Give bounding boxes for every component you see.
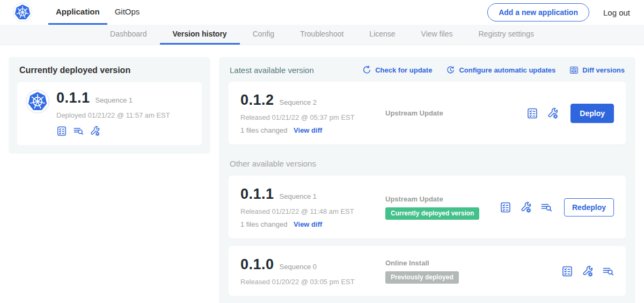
- files-changed-label: 1 files changed: [240, 126, 287, 134]
- tab-application[interactable]: Application: [48, 0, 107, 25]
- latest-version-header: Latest available version Check for updat…: [230, 66, 625, 75]
- view-diff-link[interactable]: View diff: [294, 220, 322, 228]
- deploy-logs-icon[interactable]: [73, 126, 84, 136]
- app-subnav: Dashboard Version history Config Trouble…: [0, 25, 644, 45]
- preflight-checklist-icon[interactable]: [526, 107, 538, 119]
- files-changed-label: 1 files changed: [240, 220, 287, 228]
- version-info: 0.1.1 Sequence 1 Released 01/21/22 @ 11:…: [240, 186, 379, 228]
- version-status: Online Install Previously deployed: [379, 259, 561, 284]
- version-info: 0.1.0 Sequence 0 Released 01/20/22 @ 03:…: [240, 256, 379, 286]
- version-source: Upstream Update: [385, 195, 500, 203]
- main-content: Currently deployed version 0.1.1 Sequenc…: [0, 45, 644, 303]
- header-tabs: Application GitOps: [48, 0, 147, 25]
- subnav-tab-dashboard[interactable]: Dashboard: [97, 25, 160, 45]
- view-diff-link[interactable]: View diff: [294, 126, 322, 134]
- other-versions-title: Other available versions: [230, 159, 625, 168]
- version-source: Upstream Update: [385, 109, 526, 117]
- check-for-update-label: Check for update: [375, 66, 432, 74]
- version-number: 0.1.1: [240, 186, 274, 203]
- currently-deployed-title: Currently deployed version: [19, 66, 200, 75]
- deployed-sequence-label: Sequence 1: [96, 96, 133, 104]
- deployed-version-number: 0.1.1: [56, 90, 90, 106]
- sequence-label: Sequence 1: [280, 192, 317, 200]
- subnav-tab-license[interactable]: License: [356, 25, 408, 45]
- latest-version-title: Latest available version: [230, 66, 314, 75]
- diff-icon: [569, 66, 579, 75]
- released-timestamp: Released 01/20/22 @ 03:05 pm EST: [240, 278, 379, 286]
- deployed-version-details: 0.1.1 Sequence 1 Deployed 01/21/22 @ 11:…: [56, 90, 170, 136]
- refresh-icon: [362, 66, 371, 75]
- sequence-label: Sequence 2: [280, 98, 317, 106]
- currently-deployed-badge: Currently deployed version: [385, 207, 479, 220]
- edit-config-icon[interactable]: [582, 265, 594, 277]
- version-history-panel: Latest available version Check for updat…: [219, 57, 635, 303]
- version-status: Upstream Update Currently deployed versi…: [379, 195, 500, 220]
- diff-versions-label: Diff versions: [582, 66, 625, 74]
- configure-automatic-updates-link[interactable]: Configure automatic updates: [446, 66, 555, 75]
- logout-button[interactable]: Log out: [603, 8, 630, 17]
- check-for-update-link[interactable]: Check for update: [362, 66, 432, 75]
- released-timestamp: Released 01/21/22 @ 05:37 pm EST: [240, 113, 379, 121]
- preflight-checklist-icon[interactable]: [56, 126, 67, 136]
- version-actions: Check for update Configure automatic upd…: [362, 66, 625, 75]
- app-kubernetes-logo: [26, 90, 49, 113]
- subnav-tab-view-files[interactable]: View files: [408, 25, 466, 45]
- version-actions-cell: Deploy: [526, 104, 614, 123]
- version-actions-cell: [561, 265, 614, 277]
- deploy-logs-icon[interactable]: [540, 201, 552, 213]
- version-info: 0.1.2 Sequence 2 Released 01/21/22 @ 05:…: [240, 92, 379, 134]
- deploy-button[interactable]: Deploy: [570, 104, 614, 123]
- currently-deployed-panel: Currently deployed version 0.1.1 Sequenc…: [9, 57, 210, 154]
- add-application-button[interactable]: Add a new application: [487, 3, 589, 21]
- preflight-checklist-icon[interactable]: [561, 265, 573, 277]
- deployed-timestamp: Deployed 01/21/22 @ 11:57 am EST: [56, 111, 170, 119]
- header-right: Add a new application Log out: [487, 0, 630, 25]
- edit-config-icon[interactable]: [90, 126, 100, 136]
- deploy-logs-icon[interactable]: [602, 265, 614, 277]
- preflight-checklist-icon[interactable]: [500, 201, 511, 213]
- configure-automatic-updates-label: Configure automatic updates: [459, 66, 555, 74]
- subnav-tab-config[interactable]: Config: [240, 25, 287, 45]
- tab-gitops[interactable]: GitOps: [107, 0, 148, 25]
- redeploy-button[interactable]: Redeploy: [564, 198, 614, 217]
- edit-config-icon[interactable]: [520, 201, 532, 213]
- version-actions-cell: Redeploy: [500, 198, 614, 217]
- subnav-tab-registry-settings[interactable]: Registry settings: [466, 25, 547, 45]
- version-status: Upstream Update: [379, 109, 526, 117]
- sequence-label: Sequence 0: [280, 263, 317, 271]
- deployed-version-card: 0.1.1 Sequence 1 Deployed 01/21/22 @ 11:…: [17, 82, 202, 145]
- kubernetes-logo: [13, 3, 32, 22]
- edit-config-icon[interactable]: [547, 107, 559, 119]
- top-header: Application GitOps Add a new application…: [0, 0, 644, 25]
- diff-versions-link[interactable]: Diff versions: [569, 66, 625, 75]
- version-number: 0.1.0: [240, 256, 274, 273]
- subnav-tab-version-history[interactable]: Version history: [160, 25, 240, 45]
- files-changed-row: 1 files changed View diff: [240, 220, 379, 228]
- version-row-0-1-0: 0.1.0 Sequence 0 Released 01/20/22 @ 03:…: [229, 246, 626, 296]
- subnav-tab-troubleshoot[interactable]: Troubleshoot: [287, 25, 356, 45]
- version-row-0-1-2: 0.1.2 Sequence 2 Released 01/21/22 @ 05:…: [229, 82, 626, 145]
- previously-deployed-badge: Previously deployed: [385, 271, 459, 284]
- version-source: Online Install: [385, 259, 561, 267]
- released-timestamp: Released 01/21/22 @ 11:48 am EST: [240, 207, 379, 215]
- files-changed-row: 1 files changed View diff: [240, 126, 379, 134]
- version-number: 0.1.2: [240, 92, 274, 109]
- schedule-icon: [446, 66, 455, 75]
- version-row-0-1-1: 0.1.1 Sequence 1 Released 01/21/22 @ 11:…: [229, 176, 626, 239]
